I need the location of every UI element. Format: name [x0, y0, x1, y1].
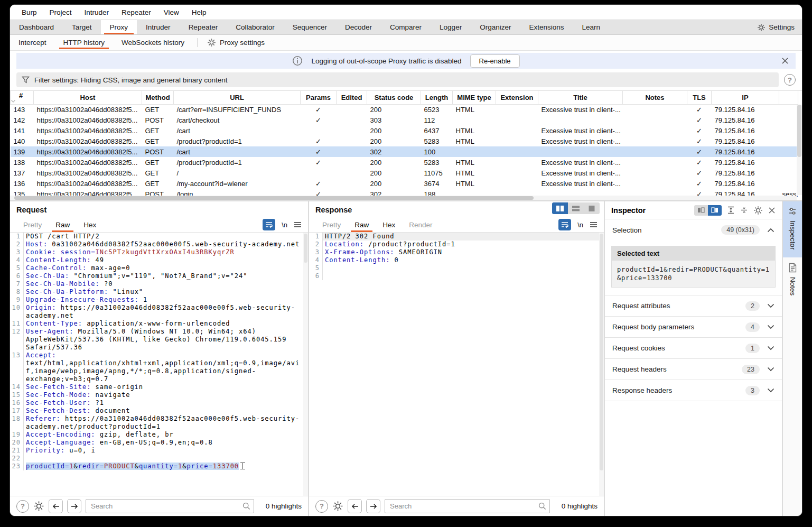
inspector-section-response-headers[interactable]: Response headers3	[605, 380, 782, 401]
response-tab-hex[interactable]: Hex	[376, 217, 402, 232]
menu-repeater[interactable]: Repeater	[115, 7, 157, 17]
inspector-section-request-cookies[interactable]: Request cookies1	[605, 338, 782, 359]
column-header-extension[interactable]: Extension	[496, 91, 538, 104]
request-tab-hex[interactable]: Hex	[77, 217, 103, 232]
side-tab-inspector[interactable]: Inspector	[783, 201, 802, 257]
history-row-140[interactable]: 140https://0a31002a046dd08382f5...GET/pr…	[11, 136, 798, 146]
request-editor[interactable]: 1POST /cart HTTP/22Host: 0a31002a046dd08…	[10, 233, 308, 496]
column-header-url[interactable]: URL	[174, 91, 301, 104]
filter-settings-bar[interactable]: Filter settings: Hiding CSS, image and g…	[16, 72, 779, 87]
column-header-mime-type[interactable]: MIME type	[453, 91, 496, 104]
prev-match-button[interactable]	[49, 499, 63, 513]
side-tab-notes[interactable]: Notes	[783, 257, 802, 303]
help-icon[interactable]: ?	[784, 74, 796, 86]
show-newlines-icon[interactable]: \n	[282, 221, 287, 229]
sub-tab-http-history[interactable]: HTTP history	[55, 35, 114, 50]
side-by-side-layout-icon[interactable]	[552, 202, 568, 214]
column-header-ip[interactable]: IP	[712, 91, 779, 104]
column-header-[interactable]: #	[11, 91, 34, 104]
word-wrap-icon[interactable]	[263, 219, 275, 230]
collapse-all-icon[interactable]	[740, 206, 748, 214]
main-tab-intruder[interactable]: Intruder	[137, 20, 180, 34]
main-tab-repeater[interactable]: Repeater	[180, 20, 227, 34]
column-header-length[interactable]: Length	[421, 91, 453, 104]
editor-line: 16Sec-Fetch-User: ?1	[10, 399, 308, 407]
re-enable-button[interactable]: Re-enable	[470, 54, 520, 68]
dock-left-icon[interactable]	[694, 205, 708, 216]
sub-tab-intercept[interactable]: Intercept	[10, 35, 55, 50]
response-tab-pretty[interactable]: Pretty	[315, 217, 348, 232]
main-tab-decoder[interactable]: Decoder	[336, 20, 381, 34]
main-tab-extensions[interactable]: Extensions	[520, 20, 573, 34]
column-header-notes[interactable]: Notes	[623, 91, 687, 104]
inspector-section-request-body-parameters[interactable]: Request body parameters4	[605, 317, 782, 338]
close-icon[interactable]	[780, 56, 790, 66]
inspector-section-request-attributes[interactable]: Request attributes2	[605, 295, 782, 317]
response-editor[interactable]: 1HTTP/2 302 Found2Location: /product?pro…	[309, 233, 604, 496]
column-header-tls[interactable]: TLS	[687, 91, 712, 104]
sub-tab-websockets-history[interactable]: WebSockets history	[113, 35, 193, 50]
response-search-input[interactable]	[385, 499, 550, 513]
word-wrap-icon[interactable]	[558, 219, 571, 230]
column-header-status-code[interactable]: Status code	[367, 91, 421, 104]
show-newlines-icon[interactable]: \n	[577, 221, 583, 229]
menu-project[interactable]: Project	[43, 7, 78, 17]
chevron-down-icon	[767, 346, 774, 350]
main-tab-collaborator[interactable]: Collaborator	[227, 20, 284, 34]
response-editor-scrollbar[interactable]	[599, 233, 604, 496]
history-row-141[interactable]: 141https://0a31002a046dd08382f5...GET/ca…	[11, 125, 798, 136]
editor-menu-icon[interactable]	[294, 221, 302, 228]
history-row-136[interactable]: 136https://0a31002a046dd08382f5...GET/my…	[11, 178, 798, 189]
menu-burp[interactable]: Burp	[15, 7, 43, 17]
column-header-params[interactable]: Params	[301, 91, 337, 104]
dock-right-icon[interactable]	[708, 205, 722, 216]
history-row-139[interactable]: 139https://0a31002a046dd08382f5...POST/c…	[11, 146, 798, 157]
column-header-host[interactable]: Host	[34, 91, 142, 104]
table-vertical-scrollbar[interactable]	[797, 105, 802, 195]
request-editor-scrollbar[interactable]	[303, 233, 308, 496]
column-header-method[interactable]: Method	[142, 91, 174, 104]
column-header-edited[interactable]: Edited	[337, 91, 367, 104]
selection-section-header[interactable]: Selection 49 (0x31)	[605, 219, 782, 241]
proxy-settings-tab[interactable]: Proxy settings	[202, 35, 270, 50]
request-search-input[interactable]	[86, 499, 254, 513]
gear-icon[interactable]	[33, 501, 44, 512]
table-horizontal-scrollbar[interactable]	[10, 196, 797, 200]
next-match-button[interactable]	[366, 499, 380, 513]
menu-intruder[interactable]: Intruder	[78, 7, 116, 17]
close-icon[interactable]	[768, 207, 776, 214]
column-header-title[interactable]: Title	[538, 91, 623, 104]
inspector-section-request-headers[interactable]: Request headers23	[605, 359, 782, 380]
response-tab-render[interactable]: Render	[402, 217, 439, 232]
prev-match-button[interactable]	[348, 499, 362, 513]
main-tab-sequencer[interactable]: Sequencer	[284, 20, 336, 34]
stacked-layout-icon[interactable]	[568, 202, 584, 214]
section-count-badge: 3	[745, 386, 760, 395]
menu-view[interactable]: View	[157, 7, 185, 17]
main-tab-proxy[interactable]: Proxy	[101, 20, 137, 34]
gear-icon[interactable]	[753, 206, 763, 215]
menu-help[interactable]: Help	[185, 7, 213, 17]
next-match-button[interactable]	[67, 499, 81, 513]
request-tab-raw[interactable]: Raw	[49, 217, 77, 232]
request-tab-pretty[interactable]: Pretty	[16, 217, 49, 232]
search-icon	[538, 502, 546, 510]
history-row-143[interactable]: 143https://0a31002a046dd08382f5...GET/ca…	[11, 104, 798, 115]
history-row-137[interactable]: 137https://0a31002a046dd08382f5...GET/20…	[11, 168, 798, 178]
main-tab-target[interactable]: Target	[63, 20, 101, 34]
main-tab-dashboard[interactable]: Dashboard	[10, 20, 63, 34]
main-tab-organizer[interactable]: Organizer	[471, 20, 520, 34]
editor-menu-icon[interactable]	[590, 221, 598, 228]
help-icon[interactable]: ?	[315, 500, 328, 513]
main-tab-logger[interactable]: Logger	[431, 20, 471, 34]
gear-icon[interactable]	[332, 501, 343, 512]
history-row-142[interactable]: 142https://0a31002a046dd08382f5...POST/c…	[11, 115, 798, 125]
history-row-138[interactable]: 138https://0a31002a046dd08382f5...GET/pr…	[11, 157, 798, 168]
single-pane-layout-icon[interactable]	[584, 202, 600, 214]
main-tab-comparer[interactable]: Comparer	[381, 20, 431, 34]
help-icon[interactable]: ?	[16, 500, 29, 513]
settings-button[interactable]: Settings	[750, 20, 802, 34]
response-tab-raw[interactable]: Raw	[348, 217, 376, 232]
main-tab-learn[interactable]: Learn	[573, 20, 609, 34]
expand-all-icon[interactable]	[727, 206, 735, 214]
